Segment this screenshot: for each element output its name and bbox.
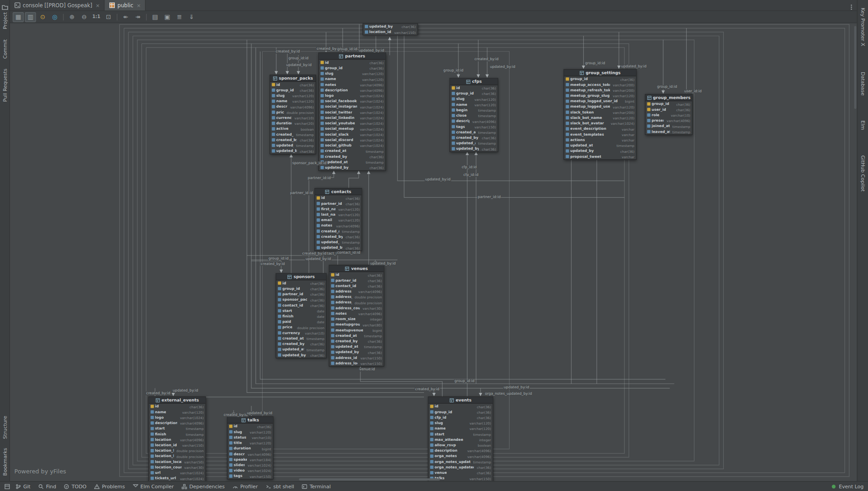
column-row: max_attendeeinteger bbox=[429, 437, 493, 442]
column-row: created_attimestamp bbox=[450, 129, 498, 135]
print-button[interactable]: ≣ bbox=[174, 12, 184, 22]
snap-to-grid-button[interactable]: ▦ bbox=[13, 12, 24, 22]
terminal-icon bbox=[302, 484, 307, 489]
column-row: idchar(36) bbox=[330, 272, 384, 278]
status-item-find[interactable]: Find bbox=[38, 484, 57, 489]
column-icon bbox=[566, 94, 569, 97]
column-row: room_sizeinteger bbox=[330, 316, 384, 322]
edge-label: created_by:id bbox=[474, 57, 499, 61]
column-type: timestamp bbox=[476, 113, 496, 118]
tool-window-button-structure[interactable]: Structure bbox=[2, 415, 7, 439]
tool-window-switcher-icon[interactable] bbox=[5, 484, 10, 489]
vertical-scrollbar[interactable] bbox=[854, 26, 856, 109]
column-row: joined_attimestamp bbox=[646, 123, 692, 129]
column-name: description bbox=[456, 119, 470, 123]
entity-events[interactable]: eventsidchar(36)group_idchar(36)cfp_idch… bbox=[428, 397, 493, 481]
columns-view-button[interactable]: ▥ bbox=[25, 12, 36, 22]
column-row: paiddate bbox=[276, 319, 326, 325]
horizontal-scrollbar[interactable] bbox=[299, 478, 440, 481]
column-row: logovarchar(1024) bbox=[319, 93, 385, 98]
show-foreign-keys-button[interactable]: ◎ bbox=[49, 12, 60, 22]
entity-partial-top[interactable]: updated_bychar(36)location_idvarchar(150… bbox=[363, 23, 418, 35]
problems-icon bbox=[94, 484, 99, 489]
entity-sponsor-packs[interactable]: sponsor_packsidchar(36)group_idchar(36)s… bbox=[269, 75, 316, 154]
collapse-nodes-button[interactable]: ↞ bbox=[120, 12, 131, 22]
tool-window-button-github-copilot[interactable]: GitHub Copilot bbox=[860, 156, 865, 192]
edge-label: created_by:id bbox=[260, 262, 286, 266]
entity-sponsors[interactable]: sponsorsidchar(36)group_idchar(36)partne… bbox=[276, 273, 327, 358]
entity-contacts[interactable]: contactsidchar(36)partner_idchar(36)firs… bbox=[315, 188, 362, 251]
entity-group-settings[interactable]: group_settingsgroup_idchar(36)meetup_acc… bbox=[564, 69, 637, 160]
tool-window-button-bookmarks[interactable]: Bookmarks bbox=[2, 448, 7, 476]
show-primary-keys-button[interactable]: ⊙ bbox=[37, 12, 48, 22]
status-item-problems[interactable]: Problems bbox=[94, 484, 125, 489]
column-row: location_latdouble precision bbox=[149, 448, 205, 453]
column-icon bbox=[331, 312, 334, 315]
column-name: title bbox=[234, 441, 242, 445]
column-row: starttimestamp bbox=[429, 431, 493, 437]
column-icon bbox=[229, 469, 232, 472]
column-type: varchar(1024) bbox=[246, 468, 271, 472]
kebab-menu-icon[interactable] bbox=[848, 2, 855, 9]
entity-talks[interactable]: talksidchar(36)slugvarchar(120)statusvar… bbox=[227, 416, 274, 479]
entity-cfps[interactable]: cfpsidchar(36)group_idchar(36)slugvarcha… bbox=[449, 78, 498, 152]
column-name: description bbox=[325, 88, 348, 92]
column-icon bbox=[452, 125, 455, 128]
status-item-todo[interactable]: TODO bbox=[64, 484, 86, 489]
column-row: starttimestamp bbox=[149, 426, 205, 431]
entity-title: group_settings bbox=[564, 70, 636, 76]
column-name: created_by bbox=[335, 339, 358, 344]
column-row: startdate bbox=[276, 308, 326, 313]
column-icon bbox=[452, 131, 455, 134]
layout-hierarchic-button[interactable]: ▤ bbox=[150, 12, 160, 22]
status-item-event-log[interactable]: Event Log bbox=[831, 484, 863, 489]
status-item-sbt-shell[interactable]: sbt shell bbox=[265, 484, 294, 489]
actual-size-button[interactable]: 1:1 bbox=[91, 12, 102, 22]
column-icon bbox=[272, 99, 275, 103]
column-icon bbox=[316, 213, 320, 216]
entity-venues[interactable]: venuesidchar(36)partner_idchar(36)contac… bbox=[329, 265, 384, 367]
tab-console-prod-gospeak[interactable]: console [[PROD] Gospeak]× bbox=[10, 0, 105, 10]
column-type: varchar(120) bbox=[337, 207, 360, 211]
fit-content-button[interactable]: ⊡ bbox=[103, 12, 114, 22]
zoom-in-button[interactable]: ⊕ bbox=[66, 12, 77, 22]
edge-label: group_id:id bbox=[656, 85, 678, 89]
tab-public[interactable]: public× bbox=[105, 0, 146, 10]
save-diagram-button[interactable]: ⇓ bbox=[186, 12, 197, 22]
tool-window-button-commit[interactable]: Commit bbox=[2, 39, 7, 59]
tab-close-icon[interactable]: × bbox=[137, 3, 141, 8]
column-icon bbox=[321, 166, 324, 169]
column-row: slidesvarchar(1024) bbox=[227, 462, 273, 467]
status-item-elm-compiler[interactable]: Elm Compiler bbox=[132, 484, 174, 489]
entity-group-members[interactable]: group_membersgroup_idchar(36)user_idchar… bbox=[645, 94, 693, 135]
edge-label: created_by:id bbox=[302, 251, 327, 255]
tool-window-button-pull-requests[interactable]: Pull Requests bbox=[2, 69, 7, 102]
entity-external-events[interactable]: external_eventsidchar(36)namevarchar(120… bbox=[148, 397, 206, 481]
column-name: slack_token bbox=[570, 110, 594, 114]
column-icon bbox=[430, 432, 433, 435]
column-row: meetupgroupvarchar(80) bbox=[330, 322, 384, 327]
tool-window-button-database[interactable]: Database bbox=[860, 71, 865, 95]
status-item-dependencies[interactable]: Dependencies bbox=[182, 484, 225, 489]
diagram-canvas[interactable]: Powered by yFiles updated_bychar(36)loca… bbox=[10, 23, 857, 481]
edge-label: updated_by:id bbox=[621, 65, 647, 69]
expand-nodes-button[interactable]: ↠ bbox=[132, 12, 143, 22]
tool-window-button-elm[interactable]: Elm bbox=[860, 121, 865, 130]
layout-orthogonal-button[interactable]: ▣ bbox=[162, 12, 173, 22]
zoom-out-button[interactable]: ⊖ bbox=[79, 12, 90, 22]
column-name: begin bbox=[456, 108, 467, 112]
edge-label: updated_by:id bbox=[305, 257, 332, 261]
tab-close-icon[interactable]: × bbox=[95, 3, 99, 8]
column-name: finish bbox=[282, 314, 293, 319]
column-row: partner_idchar(36) bbox=[330, 278, 384, 283]
entity-partners[interactable]: partnersidchar(36)group_idchar(36)slugva… bbox=[318, 52, 386, 171]
status-item-profiler[interactable]: Profiler bbox=[232, 484, 258, 489]
tool-window-button-project[interactable]: Project bbox=[2, 12, 7, 29]
project-tool-icon[interactable] bbox=[1, 2, 8, 9]
column-name: location_id bbox=[155, 443, 177, 448]
status-item-terminal[interactable]: Terminal bbox=[302, 484, 331, 489]
tool-window-button-key-promoter-x[interactable]: Key Promoter X bbox=[860, 8, 865, 46]
status-item-git[interactable]: Git bbox=[15, 484, 30, 489]
column-type: varchar(150) bbox=[180, 443, 203, 447]
column-row: updated_attimestamp bbox=[270, 143, 316, 148]
